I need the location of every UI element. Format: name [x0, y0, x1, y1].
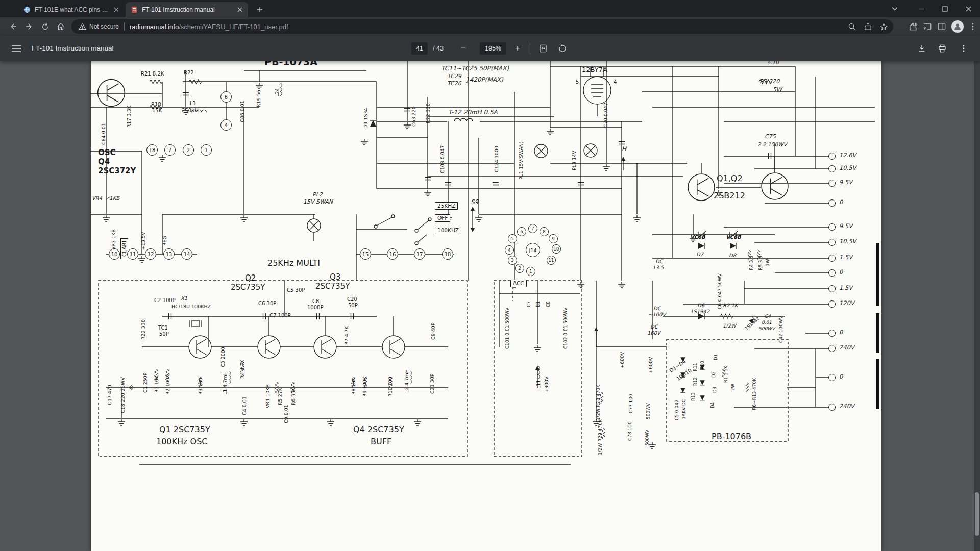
schematic-text: C42 100WV — [779, 316, 783, 343]
pdf-toolbar: FT-101 Imstruction manual 41 / 43 − 195%… — [0, 36, 980, 61]
side-panel-icon[interactable] — [937, 22, 946, 31]
tab-close-icon[interactable] — [236, 6, 244, 14]
cast-icon[interactable] — [923, 22, 932, 31]
schematic-text: L1 4.7mH — [223, 371, 228, 395]
schematic-text: Q1 2SC735Y — [159, 425, 210, 434]
connector-pin: 4 — [220, 119, 232, 131]
lamp-pl2-symbol — [307, 214, 321, 241]
address-bar[interactable]: Not secure radiomanual.info/schemi/YAESU… — [71, 19, 893, 34]
new-tab-button[interactable] — [253, 3, 266, 16]
scrollbar-track[interactable] — [974, 61, 980, 551]
connector-pin: 12 — [145, 248, 156, 260]
schematic-text: R21 8.2K — [141, 71, 164, 77]
schematic-text: VC6B — [726, 235, 741, 240]
tab-ft101e-acc[interactable]: FT-101E what ACC pins used for — [18, 2, 125, 17]
schematic-text: R1 1.5K — [724, 366, 728, 383]
page-number-input[interactable]: 41 — [411, 42, 428, 55]
zoom-level-display[interactable]: 195% — [480, 42, 506, 55]
schematic-text: REG — [162, 236, 167, 246]
connector-pin: 17 — [414, 248, 425, 260]
pb1076b-dashed-box — [667, 339, 788, 441]
voltage-terminal — [828, 153, 836, 160]
warning-icon — [79, 23, 86, 30]
schematic-text: VR4 — [92, 196, 102, 201]
schematic-text: C9 40P — [431, 322, 436, 340]
schematic-text: R9 100K — [362, 377, 368, 397]
schematic-text: R2 100K — [165, 374, 170, 395]
schematic-text: VC6B — [690, 235, 705, 240]
minimize-button[interactable] — [910, 0, 933, 17]
tab-ft101-manual[interactable]: FT-101 Imstruction manual — [126, 2, 248, 17]
security-chip[interactable]: Not secure — [71, 23, 119, 30]
share-icon[interactable] — [864, 22, 872, 31]
voltage-label: 240V — [839, 404, 854, 410]
bookmark-star-icon[interactable] — [879, 22, 888, 31]
lamp-pl1-symbol — [534, 144, 548, 158]
schematic-wires-horizontal — [91, 66, 875, 464]
reload-button[interactable] — [38, 19, 52, 34]
schematic-boxed-label: ACC — [510, 280, 527, 287]
acc-connector-pin: 10 — [552, 244, 561, 254]
tab-close-icon[interactable] — [112, 6, 120, 14]
pdf-menu-icon[interactable] — [10, 42, 22, 55]
schematic-text: 2SB212 — [714, 192, 745, 200]
maximize-button[interactable] — [933, 0, 957, 17]
schematic-text: C6 30P — [258, 301, 276, 306]
globe-favicon-icon — [23, 6, 31, 13]
zoom-icon[interactable] — [848, 22, 856, 31]
schematic-text: R5 27K — [278, 388, 283, 405]
pdf-content-area[interactable]: PB-1073ATC11~TC25 50P(MAX)TC29TC26}420P(… — [0, 61, 980, 551]
close-window-button[interactable] — [957, 0, 980, 17]
connector-pin: 1 — [201, 144, 212, 156]
voltage-terminal — [828, 180, 836, 187]
schematic-text: S9 — [471, 199, 478, 205]
forward-button[interactable] — [22, 19, 36, 34]
window-chevron-icon[interactable] — [886, 0, 903, 17]
schematic-text: 2W — [731, 384, 736, 391]
connector-pin: 15 — [360, 248, 371, 260]
schematic-text: 13.5 — [652, 265, 664, 270]
schematic-text: Q1,Q2 — [717, 174, 743, 183]
schematic-text: ※ — [129, 385, 134, 391]
pdf-more-kebab-icon[interactable] — [958, 42, 970, 55]
schematic-text: C1 250P — [143, 372, 148, 393]
download-icon[interactable] — [916, 42, 928, 55]
zoom-in-button[interactable]: + — [511, 42, 524, 55]
scrollbar-thumb[interactable] — [975, 492, 979, 536]
schematic-text: 50P — [348, 303, 358, 308]
schematic-text: C101 0.01 500WV — [505, 308, 510, 349]
rotate-button[interactable] — [556, 42, 569, 55]
schematic-text: C6 0.047 50WV — [718, 273, 722, 309]
transistor-symbol — [98, 80, 125, 107]
browser-menu-kebab-icon[interactable] — [969, 22, 977, 31]
acc-connector-pin: 3 — [508, 256, 517, 265]
schematic-text: C5 30P — [287, 288, 305, 293]
schematic-text: C8 — [312, 299, 319, 304]
schematic-text: R4 3.3 — [749, 256, 754, 270]
osc-buff-dashed-box — [99, 281, 467, 457]
schematic-text: R22 330 — [426, 103, 431, 123]
schematic-text: 15V SWAN — [303, 199, 333, 205]
schematic-text: 15K — [152, 108, 162, 113]
profile-avatar[interactable] — [951, 20, 964, 33]
fit-page-button[interactable] — [537, 42, 549, 55]
schematic-text: R22 330 — [141, 319, 146, 340]
voltage-label: 10.5V — [839, 239, 856, 245]
schematic-text: PL3 14V — [572, 151, 577, 170]
browser-toolbar: Not secure radiomanual.info/schemi/YAESU… — [0, 17, 980, 36]
connector-pin: 11 — [127, 248, 138, 260]
schematic-text: 2SC735Y — [315, 283, 350, 290]
schematic-text: DC — [653, 306, 661, 311]
home-button[interactable] — [54, 19, 68, 34]
schematic-text: +13.5V — [141, 232, 146, 250]
voltage-label: 0 — [839, 374, 843, 380]
print-icon[interactable] — [936, 42, 948, 55]
extensions-icon[interactable] — [909, 22, 918, 31]
back-button[interactable] — [6, 19, 20, 34]
acc-connector-pin: 6 — [517, 227, 526, 236]
zoom-out-button[interactable]: − — [457, 42, 470, 55]
schematic-text: 500WV — [645, 430, 650, 446]
schematic-text: PB-1076B — [712, 433, 751, 441]
acc-connector-pin: 4 — [505, 245, 514, 255]
schematic-text: H — [622, 146, 626, 152]
